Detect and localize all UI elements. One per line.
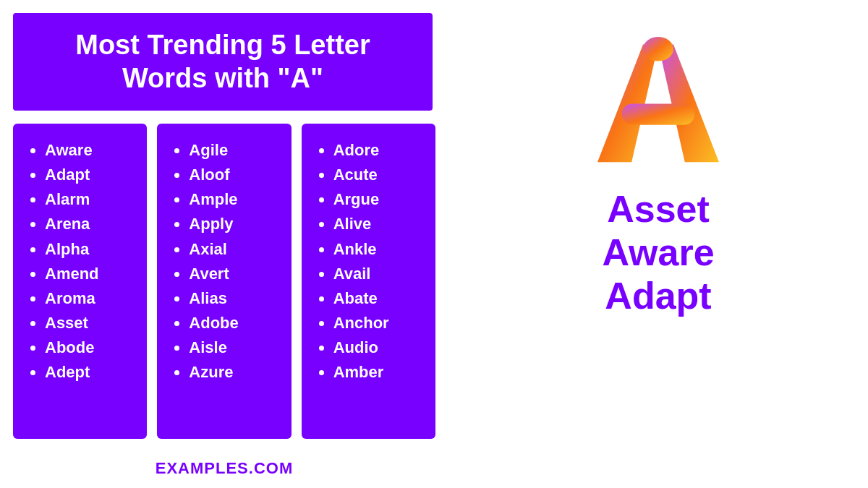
list-item: Adept — [45, 360, 129, 385]
list-item: Aloof — [189, 163, 273, 187]
list-item: Adore — [333, 138, 418, 163]
list-item: Arena — [45, 212, 129, 236]
list-item: Adapt — [45, 163, 129, 187]
highlight-words: Asset Aware Adapt — [602, 188, 714, 317]
header-banner: Most Trending 5 Letter Words with "A" — [13, 13, 433, 111]
list-item: Audio — [333, 335, 418, 360]
list-item: Amend — [45, 262, 129, 286]
highlight-word-3: Adapt — [602, 275, 714, 318]
highlight-word-2: Aware — [602, 231, 714, 275]
list-item: Anchor — [333, 311, 418, 335]
list-item: Avail — [333, 262, 418, 286]
list-item: Adobe — [189, 311, 273, 335]
word-list-1: Aware Adapt Alarm Arena Alpha Amend Arom… — [13, 124, 147, 439]
list-item: Agile — [189, 138, 273, 163]
list-item: Alpha — [45, 237, 129, 262]
svg-rect-2 — [622, 103, 695, 124]
footer-domain: EXAMPLES.COM — [0, 452, 448, 488]
svg-marker-0 — [597, 45, 658, 163]
list-item: Alive — [333, 212, 418, 236]
word-list-3: Adore Acute Argue Alive Ankle Avail Abat… — [302, 124, 435, 439]
letter-a-graphic — [582, 22, 734, 174]
list-item: Aisle — [189, 335, 273, 360]
list-item: Alias — [189, 286, 273, 311]
list-item: Ankle — [333, 237, 418, 262]
svg-marker-1 — [658, 45, 719, 163]
list-item: Abode — [45, 335, 129, 360]
title-line1: Most Trending 5 Letter — [75, 30, 370, 60]
list-item: Asset — [45, 311, 129, 335]
list-item: Avert — [189, 262, 273, 286]
svg-point-3 — [643, 37, 673, 61]
list-item: Argue — [333, 187, 418, 212]
list-item: Aware — [45, 138, 129, 163]
list-item: Ample — [189, 187, 273, 212]
list-item: Axial — [189, 237, 273, 262]
list-item: Azure — [189, 360, 273, 385]
list-item: Amber — [333, 360, 418, 385]
title-line2: Words with "A" — [122, 63, 323, 93]
list-item: Acute — [333, 163, 418, 187]
list-item: Apply — [189, 212, 273, 236]
word-list-2: Agile Aloof Ample Apply Axial Avert Alia… — [157, 124, 291, 439]
list-item: Aroma — [45, 286, 129, 311]
list-item: Alarm — [45, 187, 129, 212]
highlight-word-1: Asset — [602, 188, 714, 231]
list-item: Abate — [333, 286, 418, 311]
